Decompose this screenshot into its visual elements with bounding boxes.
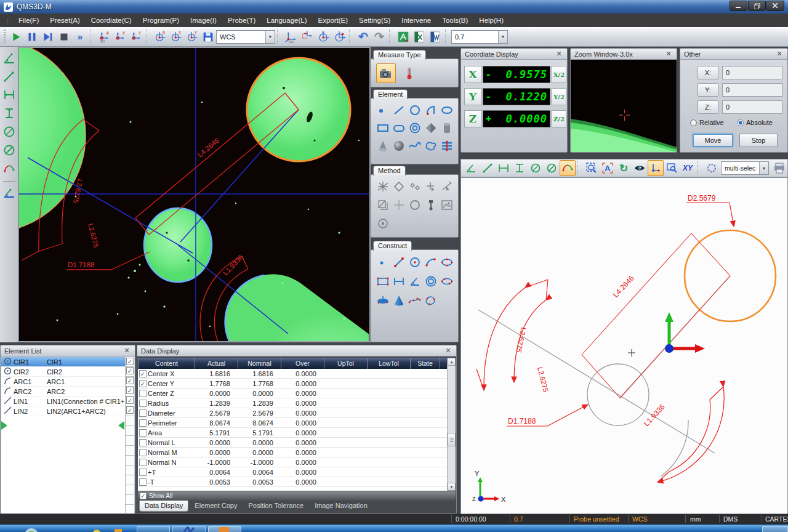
table-row[interactable]: Diameter2.56792.56790.0000	[138, 408, 456, 418]
element-ellipse-icon[interactable]	[439, 102, 454, 118]
save-icon[interactable]	[200, 29, 216, 45]
table-row[interactable]: Area5.17915.17910.0000	[138, 428, 456, 438]
cad-view-direction-icon[interactable]	[632, 160, 648, 176]
element-check-5[interactable]: ✓	[126, 397, 134, 404]
step-button[interactable]	[40, 29, 56, 45]
wcs-combo[interactable]: WCS▼	[216, 30, 275, 44]
show-all-checkbox[interactable]: ✓	[140, 493, 147, 499]
element-check-3[interactable]: ✓	[126, 377, 134, 384]
element-circle-icon[interactable]	[407, 102, 422, 118]
taskbar-icon-2[interactable]	[114, 528, 123, 532]
table-row[interactable]: Center Z0.00000.00000.0000	[138, 389, 456, 398]
relative-radio[interactable]: Relative	[690, 119, 724, 126]
goto-x-label[interactable]: X:	[698, 66, 718, 79]
scroll-up-icon[interactable]: ▲	[448, 358, 456, 366]
element-line-icon[interactable]	[391, 102, 406, 118]
row-checkbox[interactable]	[139, 449, 147, 456]
cad-zoom-area-icon[interactable]	[664, 160, 680, 176]
taskbar-icon-1[interactable]	[92, 528, 101, 532]
start-orb-icon[interactable]	[23, 526, 39, 532]
rotate-datum-a-icon[interactable]: A	[152, 29, 168, 45]
table-row[interactable]: Radius1.28391.28390.0000	[138, 398, 456, 408]
menu-help[interactable]: Help(H)	[473, 15, 509, 26]
other-panel-close-icon[interactable]: ✕	[775, 50, 784, 58]
construct-angle-icon[interactable]	[407, 273, 422, 289]
menu-program[interactable]: Program(P)	[137, 15, 185, 26]
tab-data-display[interactable]: Data Display	[139, 501, 188, 512]
export-word-icon[interactable]	[427, 29, 443, 45]
line-measure-icon[interactable]	[2, 69, 16, 85]
method-cross-icon[interactable]	[391, 198, 406, 213]
system-tray[interactable]	[762, 526, 788, 532]
cad-rotate-view-icon[interactable]: ↻	[616, 160, 632, 176]
zoom-window-close-icon[interactable]: ✕	[664, 50, 673, 58]
row-checkbox[interactable]: ✓	[139, 380, 147, 387]
element-row-arc1[interactable]: ARC1 ARC1 3	[1, 377, 134, 387]
goto-x-input[interactable]: 0	[722, 66, 782, 79]
probe-measure-icon[interactable]	[400, 63, 419, 83]
construct-tab[interactable]: Construct	[373, 241, 412, 251]
method-pick-cross-icon[interactable]	[423, 179, 438, 195]
tab-element-copy[interactable]: Element Copy	[190, 501, 242, 511]
construct-circle-icon[interactable]	[407, 254, 422, 270]
vertical-distance-icon[interactable]	[2, 106, 16, 122]
menu-image[interactable]: Image(I)	[185, 15, 222, 26]
table-row[interactable]: Normal L0.00000.00000.0000	[138, 438, 456, 448]
element-row-lin1[interactable]: LIN1 LIN1(Connection # CIR1+ 5	[1, 397, 134, 406]
element-row-cir1[interactable]: CIR1 CIR1 1	[1, 357, 134, 367]
row-checkbox[interactable]	[139, 429, 147, 437]
table-row[interactable]: Perimeter8.06748.06740.0000	[138, 418, 456, 428]
x-half-button[interactable]: X/2	[552, 66, 566, 83]
method-multi-point-icon[interactable]	[407, 179, 422, 195]
cad-line-icon[interactable]	[480, 160, 496, 176]
cad-arc-icon[interactable]	[560, 160, 576, 176]
method-pick-line-icon[interactable]	[439, 179, 454, 195]
construct-plane-icon[interactable]	[375, 292, 390, 308]
construct-cone-icon[interactable]	[391, 292, 406, 308]
element-check-4[interactable]: ✓	[126, 387, 134, 394]
rotate-axis-icon[interactable]	[331, 29, 347, 45]
element-point-icon[interactable]	[375, 102, 390, 118]
menu-file[interactable]: File(F)	[13, 15, 44, 26]
redo-icon[interactable]: ↷	[371, 29, 387, 45]
zoom-factor-arrow[interactable]: ▼	[498, 31, 507, 43]
construct-arc-icon[interactable]	[423, 254, 438, 270]
absolute-radio[interactable]: Absolute	[737, 119, 773, 126]
row-checkbox[interactable]	[139, 439, 147, 446]
method-diamond-icon[interactable]	[391, 179, 406, 195]
element-closed-curve-icon[interactable]	[423, 138, 438, 153]
row-checkbox[interactable]	[139, 409, 147, 417]
element-cylinder-icon[interactable]	[439, 120, 454, 135]
element-rectangle-icon[interactable]	[375, 120, 390, 135]
stop-button[interactable]	[56, 29, 72, 45]
z-half-button[interactable]: Z/2	[552, 110, 566, 127]
row-checkbox[interactable]	[139, 400, 147, 407]
element-scanline-icon[interactable]	[439, 138, 454, 153]
col-nominal[interactable]: Nominal	[238, 358, 281, 369]
zoom-factor-combo[interactable]: 0.7▼	[451, 30, 508, 44]
coordinate-display-close-icon[interactable]: ✕	[555, 50, 563, 58]
element-check-6[interactable]: ✓	[126, 406, 134, 414]
close-button[interactable]	[766, 1, 784, 11]
scroll-thumb[interactable]: ☰	[448, 433, 456, 446]
datum-a-icon[interactable]: A321	[96, 29, 112, 45]
method-tab[interactable]: Method	[373, 166, 406, 175]
element-cone-icon[interactable]	[375, 138, 390, 153]
cad-diameter-icon[interactable]	[528, 160, 544, 176]
col-uptol[interactable]: UpTol	[324, 358, 367, 369]
method-multi-plane-icon[interactable]	[375, 198, 390, 213]
taskbar-button-3[interactable]	[208, 526, 241, 532]
rotate-origin-icon[interactable]	[315, 29, 331, 45]
menu-tools[interactable]: Tools(B)	[436, 15, 473, 26]
construct-line-icon[interactable]	[391, 254, 406, 270]
other-panel-titlebar[interactable]: Other✕	[680, 49, 787, 60]
element-row-lin2[interactable]: LIN2 LIN2(ARC1+ARC2) 6	[1, 406, 134, 416]
camera-measure-icon[interactable]	[376, 63, 396, 83]
coordinate-display-titlebar[interactable]: Coordiate Display✕	[461, 49, 567, 60]
restore-button[interactable]	[748, 1, 766, 11]
stop-button[interactable]: Stop	[739, 134, 778, 147]
datum-y-icon[interactable]: Y	[128, 29, 144, 45]
menu-probe[interactable]: Probe(T)	[222, 15, 261, 26]
export-cad-icon[interactable]	[395, 29, 411, 45]
menu-export[interactable]: Export(E)	[313, 15, 354, 26]
